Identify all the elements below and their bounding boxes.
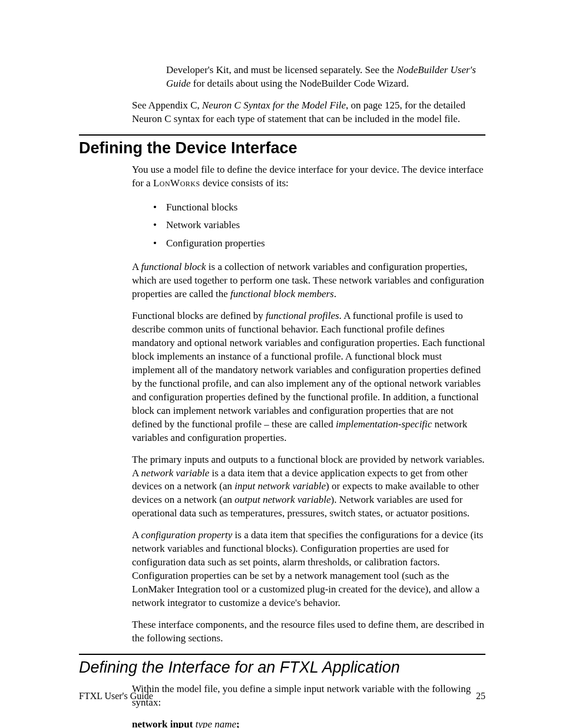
term-functional-block: functional block: [141, 261, 206, 272]
syntax-terminator: ;: [236, 719, 240, 728]
heading-defining-interface-ftxl: Defining the Interface for an FTXL Appli…: [79, 658, 485, 677]
term-functional-block-members: functional block members: [230, 288, 334, 299]
term-configuration-property: configuration property: [141, 529, 233, 541]
device-interface-list: Functional blocks Network variables Conf…: [166, 199, 485, 253]
list-item: Configuration properties: [166, 235, 485, 253]
text: A: [132, 261, 141, 272]
section-rule: [79, 654, 485, 655]
sec1-para-5: A configuration property is a data item …: [132, 529, 485, 610]
term-implementation-specific: implementation-specific: [336, 419, 432, 430]
sec1-para-4: The primary inputs and outputs to a func…: [132, 453, 485, 521]
list-item: Network variables: [166, 216, 485, 235]
syntax-line: network input type name;: [132, 718, 485, 728]
page-number: 25: [476, 691, 485, 701]
text: A: [132, 529, 141, 541]
syntax-keyword: network input: [132, 719, 196, 728]
heading-defining-device-interface: Defining the Device Interface: [79, 139, 485, 157]
sec1-para-3: Functional blocks are defined by functio…: [132, 309, 485, 444]
text: for details about using the NodeBuilder …: [191, 78, 409, 89]
page-content: Developer's Kit, and must be licensed se…: [79, 64, 485, 728]
term-functional-profiles: functional profiles: [266, 310, 339, 321]
sec1-para-2: A functional block is a collection of ne…: [132, 261, 485, 301]
list-item: Functional blocks: [166, 199, 485, 217]
text: . A functional profile is used to descri…: [132, 310, 485, 430]
footer-title: FTXL User's Guide: [79, 691, 153, 701]
intro-para-1: Developer's Kit, and must be licensed se…: [166, 64, 485, 91]
text: device consists of its:: [200, 177, 289, 189]
sec1-para-1: You use a model file to define the devic…: [132, 163, 485, 190]
term-network-variable: network variable: [141, 467, 210, 479]
text: .: [334, 288, 336, 299]
text: Functional blocks are defined by: [132, 310, 266, 321]
term-output-network-variable: output network variable: [234, 494, 330, 505]
page-footer: FTXL User's Guide 25: [79, 691, 485, 701]
section-rule: [79, 134, 485, 136]
intro-para-2: See Appendix C, Neuron C Syntax for the …: [132, 99, 485, 126]
text: is a data item that specifies the config…: [132, 529, 483, 608]
appendix-title: Neuron C Syntax for the Model File: [202, 100, 346, 111]
term-input-network-variable: input network variable: [234, 480, 326, 492]
syntax-placeholder: type name: [196, 719, 236, 728]
brand-lonworks: LonWorks: [153, 177, 200, 189]
sec1-para-6: These interface components, and the reso…: [132, 618, 485, 645]
text: See Appendix C,: [132, 100, 202, 111]
text: Developer's Kit, and must be licensed se…: [166, 64, 396, 75]
